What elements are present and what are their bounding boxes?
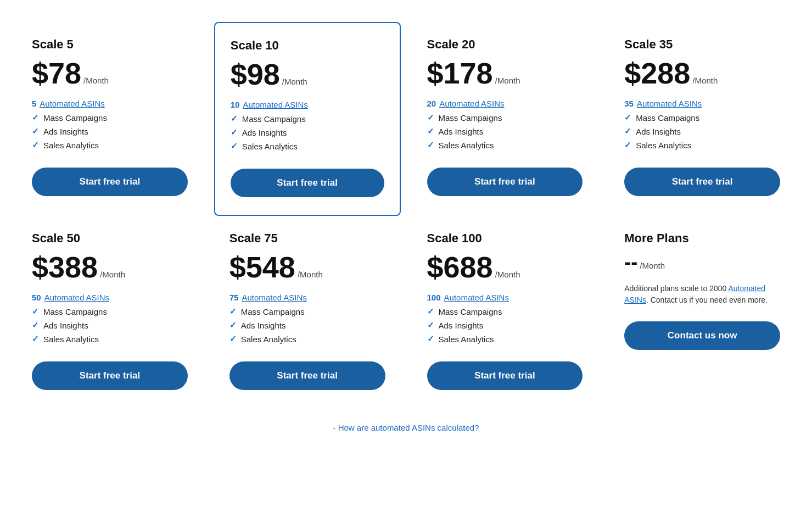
plan-features-scale50: 50Automated ASINs✓Mass Campaigns✓Ads Ins… [32,293,188,344]
feature-label: Mass Campaigns [241,307,305,316]
cta-button-scale20[interactable]: Start free trial [427,168,583,196]
checkmark-icon: ✓ [229,334,237,344]
feature-item-scale5-1: ✓Ads Insights [32,126,188,136]
pricing-grid-row2: Scale 50$388/Month50Automated ASINs✓Mass… [16,216,796,408]
feature-label: Ads Insights [636,127,681,136]
plan-period-scale5: /Month [83,76,109,85]
checkmark-icon: ✓ [32,334,39,344]
checkmark-icon: ✓ [32,307,39,316]
asin-link-scale75[interactable]: Automated ASINs [242,293,306,302]
plan-price-row-scale20: $178/Month [427,58,583,88]
feature-label: Ads Insights [439,321,484,330]
more-plans-description: Additional plans scale to 2000 Automated… [624,283,780,306]
feature-label: Mass Campaigns [242,114,306,124]
cta-button-scale35[interactable]: Start free trial [624,168,780,196]
asin-link-scale35[interactable]: Automated ASINs [637,99,702,108]
checkmark-icon: ✓ [427,307,434,316]
feature-item-scale20-2: ✓Sales Analytics [427,140,583,150]
plan-price-scale5: $78 [32,58,81,88]
feature-label: Ads Insights [241,321,286,330]
asin-count-scale20: 20 [427,99,436,108]
feature-item-scale35-0: ✓Mass Campaigns [624,113,780,122]
feature-item-scale5-0: ✓Mass Campaigns [32,113,188,122]
asin-row-scale5: 5Automated ASINs [32,99,188,108]
feature-label: Ads Insights [242,128,287,137]
feature-label: Sales Analytics [43,141,99,150]
feature-label: Sales Analytics [241,335,296,344]
plan-card-more: More Plans--/MonthAdditional plans scale… [609,216,796,408]
asin-link-scale5[interactable]: Automated ASINs [40,99,104,108]
checkmark-icon: ✓ [231,127,238,137]
feature-item-scale50-0: ✓Mass Campaigns [32,307,188,316]
feature-item-scale35-2: ✓Sales Analytics [624,140,780,150]
plan-price-row-scale35: $288/Month [624,58,780,88]
plan-card-scale35: Scale 35$288/Month35Automated ASINs✓Mass… [609,22,796,216]
plan-features-scale75: 75Automated ASINs✓Mass Campaigns✓Ads Ins… [229,293,385,344]
asin-link-scale10[interactable]: Automated ASINs [243,100,307,109]
feature-item-scale10-1: ✓Ads Insights [231,127,384,137]
plan-period-scale100: /Month [495,270,520,279]
feature-label: Ads Insights [43,127,88,136]
cta-button-scale10[interactable]: Start free trial [231,169,384,197]
asin-link-scale50[interactable]: Automated ASINs [44,293,109,302]
asin-count-scale10: 10 [231,100,240,109]
cta-button-scale50[interactable]: Start free trial [32,361,188,390]
asin-link-scale20[interactable]: Automated ASINs [439,99,504,108]
plan-features-scale5: 5Automated ASINs✓Mass Campaigns✓Ads Insi… [32,99,188,150]
checkmark-icon: ✓ [231,114,238,124]
asin-row-scale75: 75Automated ASINs [229,293,385,302]
feature-label: Mass Campaigns [636,113,699,122]
feature-label: Sales Analytics [43,335,99,344]
feature-item-scale10-0: ✓Mass Campaigns [231,114,384,124]
plan-price-row-scale100: $688/Month [427,252,583,282]
cta-button-scale100[interactable]: Start free trial [427,361,583,390]
plan-period-scale75: /Month [298,270,323,279]
plan-features-scale100: 100Automated ASINs✓Mass Campaigns✓Ads In… [427,293,583,344]
plan-price-row-more: --/Month [624,252,780,272]
plan-name-scale50: Scale 50 [32,231,188,246]
feature-label: Mass Campaigns [439,113,502,122]
asin-row-scale10: 10Automated ASINs [231,100,384,109]
checkmark-icon: ✓ [427,126,434,136]
contact-button[interactable]: Contact us now [624,321,780,350]
checkmark-icon: ✓ [624,113,631,122]
plan-card-scale10: Scale 10$98/Month10Automated ASINs✓Mass … [214,22,401,216]
feature-label: Sales Analytics [439,335,494,344]
feature-item-scale20-1: ✓Ads Insights [427,126,583,136]
checkmark-icon: ✓ [427,320,434,330]
plan-price-row-scale50: $388/Month [32,252,188,282]
plan-card-scale5: Scale 5$78/Month5Automated ASINs✓Mass Ca… [16,22,203,216]
checkmark-icon: ✓ [229,320,237,330]
plan-card-scale50: Scale 50$388/Month50Automated ASINs✓Mass… [16,216,203,408]
checkmark-icon: ✓ [32,320,39,330]
pricing-grid: Scale 5$78/Month5Automated ASINs✓Mass Ca… [16,22,796,216]
feature-label: Mass Campaigns [43,113,107,122]
feature-item-scale10-2: ✓Sales Analytics [231,141,384,151]
plan-name-scale75: Scale 75 [229,231,385,246]
asin-count-scale35: 35 [624,99,634,108]
plan-card-scale20: Scale 20$178/Month20Automated ASINs✓Mass… [412,22,598,216]
checkmark-icon: ✓ [427,113,434,122]
checkmark-icon: ✓ [32,126,39,136]
plan-period-scale35: /Month [692,76,718,85]
asin-count-scale75: 75 [229,293,239,302]
feature-label: Sales Analytics [636,141,691,150]
plan-price-scale35: $288 [624,58,690,88]
plan-features-scale10: 10Automated ASINs✓Mass Campaigns✓Ads Ins… [231,100,384,151]
plan-name-scale20: Scale 20 [427,37,583,52]
cta-button-scale5[interactable]: Start free trial [32,168,188,196]
plan-price-scale20: $178 [427,58,493,88]
asin-link-scale100[interactable]: Automated ASINs [444,293,509,302]
cta-button-scale75[interactable]: Start free trial [229,361,385,390]
feature-item-scale50-2: ✓Sales Analytics [32,334,188,344]
checkmark-icon: ✓ [427,140,434,150]
plan-period-scale50: /Month [100,270,125,279]
footer-link[interactable]: - How are automated ASINs calculated? [16,423,796,432]
more-plans-asin-link[interactable]: Automated ASINs [624,284,765,304]
feature-item-scale5-2: ✓Sales Analytics [32,140,188,150]
plan-name-more: More Plans [624,231,780,246]
feature-item-scale75-2: ✓Sales Analytics [229,334,385,344]
feature-label: Ads Insights [43,321,88,330]
plan-price-scale50: $388 [32,252,98,282]
plan-features-scale35: 35Automated ASINs✓Mass Campaigns✓Ads Ins… [624,99,780,150]
